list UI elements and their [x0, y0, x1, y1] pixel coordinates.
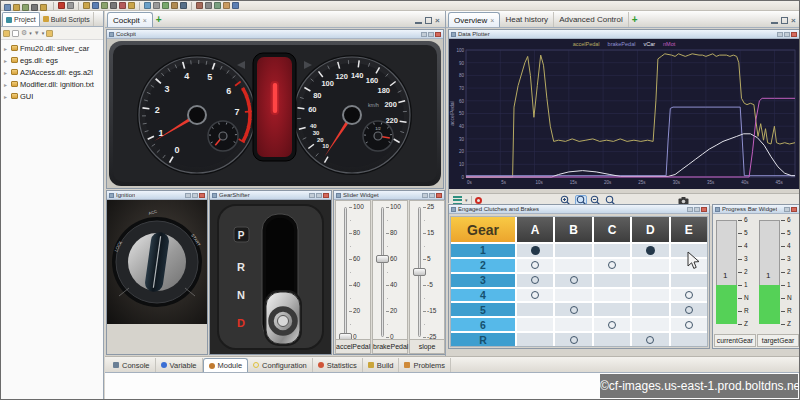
dropdown-icon[interactable]: ▾: [42, 30, 45, 36]
close-icon[interactable]: ×: [435, 17, 442, 24]
tab-heat-history[interactable]: Heat history: [500, 12, 554, 27]
widget-titlebar[interactable]: Engaged Clutches and Brakes: [449, 205, 709, 214]
tab-project[interactable]: Project: [2, 12, 40, 26]
minimize-icon[interactable]: [415, 17, 422, 24]
bottom-tab-problems[interactable]: Problems: [399, 358, 451, 372]
tree-item[interactable]: ▸egs.dll: egs: [1, 54, 103, 66]
toolbar-icon[interactable]: [83, 2, 90, 9]
toolbar-icon[interactable]: [196, 2, 203, 9]
dropdown-icon[interactable]: ▾: [465, 197, 468, 203]
ignition-key-switch[interactable]: LOCKACCSTART: [107, 200, 207, 324]
toolbar-icon[interactable]: [128, 2, 135, 9]
tab-advanced-control[interactable]: Advanced Control: [554, 12, 629, 27]
toolbar-icon[interactable]: [92, 2, 99, 9]
minimize-icon[interactable]: [777, 32, 783, 37]
close-icon[interactable]: ×: [490, 17, 494, 24]
tree-expand-icon[interactable]: ▸: [4, 81, 9, 88]
widget-titlebar[interactable]: Cockpit: [107, 30, 443, 39]
maximize-icon[interactable]: [192, 193, 198, 198]
toolbar-icon[interactable]: [153, 2, 160, 9]
minimize-icon[interactable]: [185, 193, 191, 198]
slider-thumb[interactable]: [376, 255, 389, 263]
widget-titlebar[interactable]: Slider Widget: [334, 191, 444, 200]
minimize-icon[interactable]: [309, 193, 315, 198]
gear-icon[interactable]: ⚙: [21, 29, 27, 37]
widget-titlebar[interactable]: Data Plotter: [449, 30, 799, 39]
collapse-all-icon[interactable]: [12, 30, 19, 37]
gear-shifter-lever[interactable]: PRND: [210, 200, 331, 354]
dropdown-icon[interactable]: ▾: [29, 30, 32, 36]
toolbar-icon[interactable]: [162, 2, 169, 9]
toolbar-icon[interactable]: [40, 4, 47, 11]
toolbar-icon[interactable]: [101, 2, 108, 9]
toolbar-icon[interactable]: [180, 2, 187, 9]
toolbar-icon[interactable]: [223, 2, 230, 9]
toolbar-icon[interactable]: [205, 2, 212, 9]
tree-item[interactable]: ▸GUI: [1, 90, 103, 102]
toolbar-icon[interactable]: [144, 2, 151, 9]
bottom-tab-configuration[interactable]: Configuration: [248, 358, 313, 372]
toolbar-icon[interactable]: [119, 2, 126, 9]
tree-item[interactable]: ▸Modifier.dll: ignition.txt: [1, 78, 103, 90]
tree-item[interactable]: ▸A2lAccess.dll: egs.a2l: [1, 66, 103, 78]
add-view-icon[interactable]: +: [632, 14, 638, 27]
toolbar-icon[interactable]: [214, 2, 221, 9]
maximize-icon[interactable]: [784, 32, 790, 37]
close-icon[interactable]: ×: [143, 17, 147, 24]
slider-track[interactable]: [381, 207, 384, 337]
slider-track[interactable]: [344, 207, 347, 337]
close-icon[interactable]: [199, 193, 205, 198]
tree-expand-icon[interactable]: ▸: [4, 57, 9, 64]
tree-expand-icon[interactable]: ▸: [4, 69, 9, 76]
signal-list-icon[interactable]: [453, 196, 462, 204]
widget-titlebar[interactable]: GearShifter: [210, 191, 331, 200]
close-icon[interactable]: [791, 32, 797, 37]
maximize-icon[interactable]: [781, 17, 788, 24]
toolbar-icon[interactable]: [13, 4, 20, 11]
tree-expand-icon[interactable]: ▸: [4, 45, 9, 52]
toolbar-icon[interactable]: [171, 2, 178, 9]
bottom-tab-module[interactable]: Module: [203, 358, 249, 372]
minimize-icon[interactable]: [687, 207, 693, 212]
tab-overview[interactable]: Overview×: [448, 12, 500, 27]
toolbar-icon[interactable]: [4, 4, 11, 11]
maximize-icon[interactable]: [428, 32, 434, 37]
close-icon[interactable]: [791, 207, 797, 212]
toolbar-icon[interactable]: [110, 2, 117, 9]
close-icon[interactable]: [323, 193, 329, 198]
toolbar-icon[interactable]: [58, 2, 65, 9]
maximize-icon[interactable]: [694, 207, 700, 212]
tab-build-scripts[interactable]: Build Scripts: [40, 12, 94, 26]
minimize-icon[interactable]: [784, 207, 790, 212]
tree-expand-icon[interactable]: ▸: [4, 93, 9, 100]
widget-titlebar[interactable]: Ignition: [107, 191, 207, 200]
close-icon[interactable]: ×: [791, 17, 798, 24]
link-editor-icon[interactable]: [46, 30, 53, 37]
bottom-tab-variable[interactable]: Variable: [156, 358, 203, 372]
gear-cell-3-A: [517, 274, 553, 287]
close-icon[interactable]: [436, 193, 442, 198]
tree-item[interactable]: ▸Fmu20.dll: silver_car: [1, 42, 103, 54]
close-icon[interactable]: [435, 32, 441, 37]
toolbar-icon[interactable]: [67, 2, 74, 9]
widget-titlebar[interactable]: Progress Bar Widget: [713, 205, 799, 214]
maximize-icon[interactable]: [425, 17, 432, 24]
minimize-icon[interactable]: [421, 32, 427, 37]
bottom-tab-build[interactable]: Build: [363, 358, 400, 372]
toolbar-icon[interactable]: [31, 4, 38, 11]
toolbar-icon[interactable]: [22, 4, 29, 11]
close-icon[interactable]: [701, 207, 707, 212]
bottom-tab-console[interactable]: Console: [108, 358, 156, 372]
minimize-icon[interactable]: [771, 17, 778, 24]
maximize-icon[interactable]: [316, 193, 322, 198]
record-icon[interactable]: [475, 197, 482, 204]
new-item-icon[interactable]: [3, 30, 10, 37]
slider-thumb[interactable]: [413, 268, 426, 276]
add-view-icon[interactable]: +: [156, 14, 162, 27]
filter-icon[interactable]: ▼: [34, 30, 40, 36]
maximize-icon[interactable]: [429, 193, 435, 198]
toolbar-icon[interactable]: [232, 2, 239, 9]
minimize-icon[interactable]: [422, 193, 428, 198]
tab-cockpit[interactable]: Cockpit×: [107, 12, 153, 27]
bottom-tab-statistics[interactable]: Statistics: [313, 358, 363, 372]
